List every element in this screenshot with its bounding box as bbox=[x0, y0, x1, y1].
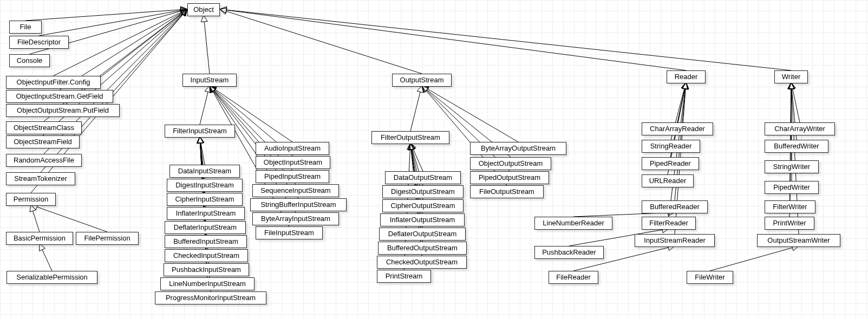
class-node-PushbackInputStream[interactable]: PushbackInputStream bbox=[164, 263, 249, 276]
inheritance-arrowhead bbox=[682, 82, 688, 89]
class-node-InputStream[interactable]: InputStream bbox=[182, 74, 237, 87]
class-node-FilterOutputStream[interactable]: FilterOutputStream bbox=[371, 131, 449, 144]
inheritance-arrowhead bbox=[180, 9, 187, 16]
inheritance-arrowhead bbox=[180, 7, 187, 14]
inheritance-arrowhead bbox=[789, 82, 796, 89]
inheritance-edge bbox=[410, 92, 420, 131]
inheritance-arrowhead bbox=[181, 7, 187, 13]
class-node-RandomAccessFile[interactable]: RandomAccessFile bbox=[6, 154, 82, 167]
class-node-FileInputStream[interactable]: FileInputStream bbox=[256, 226, 323, 239]
class-node-ObjectOutputStream[interactable]: ObjectOutputStream bbox=[470, 157, 551, 170]
class-node-CharArrayReader[interactable]: CharArrayReader bbox=[642, 122, 713, 135]
class-node-PipedOutputStream[interactable]: PipedOutputStream bbox=[470, 171, 549, 184]
class-node-ObjectStreamClass[interactable]: ObjectStreamClass bbox=[6, 121, 82, 134]
class-node-BufferedOutputStream[interactable]: BufferedOutputStream bbox=[378, 242, 467, 255]
class-hierarchy-diagram: ObjectFileFileDescriptorConsoleObjectInp… bbox=[0, 0, 868, 318]
inheritance-edge bbox=[37, 207, 107, 232]
class-node-StringReader[interactable]: StringReader bbox=[642, 140, 700, 153]
class-node-SerializablePermission[interactable]: SerializablePermission bbox=[6, 271, 97, 284]
inheritance-arrowhead bbox=[198, 137, 204, 144]
class-node-FileDescriptor[interactable]: FileDescriptor bbox=[9, 36, 69, 49]
inheritance-arrowhead bbox=[681, 82, 688, 89]
class-node-InflaterOutputStream[interactable]: InflaterOutputStream bbox=[380, 213, 465, 226]
class-node-PipedReader[interactable]: PipedReader bbox=[642, 157, 699, 170]
class-node-FilterReader[interactable]: FilterReader bbox=[642, 217, 696, 230]
inheritance-edge bbox=[793, 89, 800, 122]
class-node-LineNumberInputStream[interactable]: LineNumberInputStream bbox=[160, 277, 254, 290]
inheritance-edge bbox=[226, 10, 791, 70]
class-node-BufferedReader[interactable]: BufferedReader bbox=[642, 200, 708, 213]
inheritance-edge bbox=[25, 10, 181, 21]
class-node-DeflaterInputStream[interactable]: DeflaterInputStream bbox=[165, 221, 246, 234]
class-node-DataInputStream[interactable]: DataInputStream bbox=[169, 165, 240, 178]
class-node-File[interactable]: File bbox=[9, 21, 42, 34]
inheritance-arrowhead bbox=[407, 143, 413, 150]
class-node-DataOutputStream[interactable]: DataOutputStream bbox=[385, 171, 461, 184]
class-node-PipedWriter[interactable]: PipedWriter bbox=[765, 181, 819, 194]
inheritance-arrowhead bbox=[210, 86, 217, 92]
class-node-Permission[interactable]: Permission bbox=[6, 193, 56, 206]
class-node-ByteArrayOutputStream[interactable]: ByteArrayOutputStream bbox=[470, 142, 566, 155]
inheritance-arrowhead bbox=[220, 8, 227, 14]
class-node-InputStreamReader[interactable]: InputStreamReader bbox=[635, 234, 715, 247]
class-node-Writer[interactable]: Writer bbox=[774, 70, 808, 83]
class-node-ObjectInputStream[interactable]: ObjectInputStream bbox=[256, 156, 330, 169]
inheritance-edge bbox=[669, 89, 685, 217]
class-node-Reader[interactable]: Reader bbox=[667, 70, 706, 83]
class-node-ObjectStreamField[interactable]: ObjectStreamField bbox=[6, 135, 80, 148]
class-node-ObjectInputFilterConfig[interactable]: ObjectInputFilter.Config bbox=[6, 76, 101, 89]
class-node-BufferedInputStream[interactable]: BufferedInputStream bbox=[165, 235, 247, 248]
class-node-StreamTokenizer[interactable]: StreamTokenizer bbox=[6, 172, 75, 185]
class-node-ObjectOutputStreamPutField[interactable]: ObjectOutputStream.PutField bbox=[6, 104, 120, 117]
class-node-OutputStream[interactable]: OutputStream bbox=[392, 74, 452, 87]
class-node-PrintWriter[interactable]: PrintWriter bbox=[765, 217, 814, 230]
class-node-Console[interactable]: Console bbox=[9, 54, 50, 67]
inheritance-arrowhead bbox=[682, 82, 689, 89]
class-node-AudioInputStream[interactable]: AudioInputStream bbox=[256, 142, 329, 155]
class-node-CheckedInputStream[interactable]: CheckedInputStream bbox=[165, 249, 248, 262]
class-node-CipherInputStream[interactable]: CipherInputStream bbox=[167, 193, 243, 206]
class-node-FilePermission[interactable]: FilePermission bbox=[76, 232, 139, 245]
class-node-PushbackReader[interactable]: PushbackReader bbox=[534, 246, 604, 259]
class-node-URLReader[interactable]: URLReader bbox=[642, 174, 694, 187]
class-node-DigestInputStream[interactable]: DigestInputStream bbox=[167, 179, 243, 192]
class-node-BufferedWriter[interactable]: BufferedWriter bbox=[765, 140, 828, 153]
inheritance-arrowhead bbox=[201, 15, 207, 22]
inheritance-edge bbox=[42, 250, 52, 271]
class-node-StringBufferInputStream[interactable]: StringBufferInputStream bbox=[250, 198, 347, 211]
class-node-FilterWriter[interactable]: FilterWriter bbox=[765, 200, 815, 213]
inheritance-arrowhead bbox=[210, 86, 217, 93]
inheritance-arrowhead bbox=[180, 9, 187, 16]
inheritance-arrowhead bbox=[788, 82, 795, 89]
class-node-ProgressMonitorInputStream[interactable]: ProgressMonitorInputStream bbox=[155, 291, 266, 304]
class-node-FilterInputStream[interactable]: FilterInputStream bbox=[165, 125, 235, 138]
class-node-CharArrayWriter[interactable]: CharArrayWriter bbox=[765, 122, 835, 135]
inheritance-arrowhead bbox=[788, 82, 794, 89]
class-node-DeflaterOutputStream[interactable]: DeflaterOutputStream bbox=[379, 228, 466, 241]
class-node-StringWriter[interactable]: StringWriter bbox=[765, 160, 819, 173]
inheritance-arrowhead bbox=[410, 143, 416, 150]
class-node-SequenceInputStream[interactable]: SequenceInputStream bbox=[252, 184, 339, 197]
class-node-PrintStream[interactable]: PrintStream bbox=[377, 270, 431, 283]
inheritance-arrowhead bbox=[180, 9, 187, 15]
class-node-CipherOutputStream[interactable]: CipherOutputStream bbox=[382, 199, 464, 212]
inheritance-arrowhead bbox=[180, 8, 187, 15]
class-node-CheckedOutputStream[interactable]: CheckedOutputStream bbox=[377, 256, 467, 269]
inheritance-arrowhead bbox=[682, 82, 689, 89]
class-node-FileReader[interactable]: FileReader bbox=[549, 271, 598, 284]
class-node-PipedInputStream[interactable]: PipedInputStream bbox=[256, 170, 329, 183]
class-node-FileOutputStream[interactable]: FileOutputStream bbox=[470, 185, 544, 198]
inheritance-arrowhead bbox=[422, 86, 429, 92]
class-node-Object[interactable]: Object bbox=[187, 3, 220, 16]
class-node-FileWriter[interactable]: FileWriter bbox=[687, 271, 733, 284]
inheritance-edge bbox=[789, 89, 791, 217]
class-node-BasicPermission[interactable]: BasicPermission bbox=[6, 232, 73, 245]
class-node-OutputStreamWriter[interactable]: OutputStreamWriter bbox=[757, 234, 840, 247]
inheritance-arrowhead bbox=[181, 9, 187, 16]
class-node-InflaterInputStream[interactable]: InflaterInputStream bbox=[167, 207, 245, 220]
class-node-DigestOutputStream[interactable]: DigestOutputStream bbox=[382, 185, 464, 198]
class-node-ObjectInputStreamGetField[interactable]: ObjectInputStream.GetField bbox=[6, 90, 113, 103]
inheritance-edge bbox=[204, 22, 210, 74]
class-node-ByteArrayInputStream[interactable]: ByteArrayInputStream bbox=[252, 212, 339, 225]
class-node-LineNumberReader[interactable]: LineNumberReader bbox=[534, 217, 612, 230]
